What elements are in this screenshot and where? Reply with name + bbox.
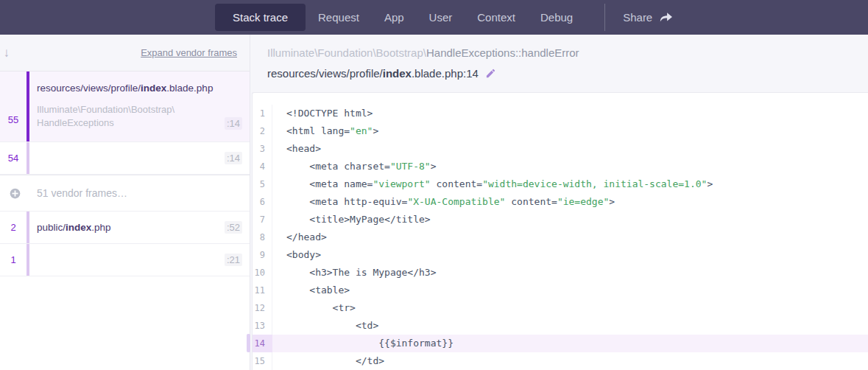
frame-method: Illuminate\Foundation\Bootstrap\HandleEx… [267,45,868,62]
frame-line-number: :52 [225,221,242,234]
line-number: 2 [253,122,272,140]
navbar-tabs: Stack traceRequestAppUserContextDebug [215,0,585,35]
line-number: 14 [253,335,272,352]
code-line: 13 <td> [253,317,868,335]
line-number: 12 [253,299,272,317]
frame-method-namespace: Illuminate\Foundation\Bootstrap\ [267,46,426,59]
frame-number: 2 [0,212,27,243]
frame-file-text: resources/views/profile/index.blade.php:… [267,67,479,80]
line-number: 15 [253,352,272,370]
frame-file-path: resources/views/profile/index.blade.php:… [267,67,868,80]
vendor-frames-label: 51 vendor frames… [37,187,127,199]
tab-app[interactable]: App [372,4,417,31]
stack-frames-sidebar: ↑ ↓ Expand vendor frames 55resources/vie… [0,35,250,370]
code-text: <tr> [272,299,868,317]
stack-frame-row-54[interactable]: 54:14 [0,142,250,175]
frame-file-path: resources/views/profile/index.blade.php [37,83,242,94]
code-text: <h3>The is Mypage</h3> [272,264,868,282]
line-number: 4 [253,158,272,175]
tab-stack-trace[interactable]: Stack trace [215,4,306,31]
code-line: 1<!DOCTYPE html> [253,105,868,122]
page-body: ↑ ↓ Expand vendor frames 55resources/vie… [0,35,868,370]
vendor-frames-row[interactable]: 51 vendor frames… [0,175,250,212]
tab-debug[interactable]: Debug [528,4,585,31]
expand-vendor-frames-link[interactable]: Expand vendor frames [141,47,237,58]
code-line: 4 <meta charset="UTF-8"> [253,158,868,175]
line-number: 7 [253,211,272,228]
tab-request[interactable]: Request [306,4,372,31]
frame-method-name: HandleExceptions::handleError [426,46,579,59]
sidebar-header: ↑ ↓ Expand vendor frames [0,35,250,71]
line-number: 6 [253,193,272,211]
frame-nav-arrows: ↑ ↓ [0,46,10,60]
code-line: 12 <tr> [253,299,868,317]
frame-number: 54 [0,142,27,174]
code-text: <meta name="viewport" content="width=dev… [272,175,868,193]
code-text: <td> [272,317,868,335]
code-line-highlighted: 14 {{$informat}} [253,335,868,352]
frame-detail-main: Illuminate\Foundation\Bootstrap\HandleEx… [250,35,868,370]
line-number: 8 [253,228,272,246]
code-text: <title>MyPage</title> [272,211,868,228]
code-line: 3<head> [253,140,868,158]
code-line: 5 <meta name="viewport" content="width=d… [253,175,868,193]
line-number: 10 [253,264,272,282]
frame-number: 55 [0,71,27,142]
previous-frame-arrow-icon[interactable]: ↑ [0,46,1,60]
frame-class-name: Illuminate\Foundation\Bootstrap\HandleEx… [37,103,174,130]
code-line: 6 <meta http-equiv="X-UA-Compatible" con… [253,193,868,211]
code-text: <table> [272,282,868,299]
code-text: {{$informat}} [272,335,868,352]
frame-file-path: public/index.php [37,222,111,233]
code-text: <meta charset="UTF-8"> [272,158,868,175]
tab-context[interactable]: Context [465,4,528,31]
line-number: 9 [253,246,272,264]
stack-frame-row-55[interactable]: 55resources/views/profile/index.blade.ph… [0,71,250,142]
frames-list: 55resources/views/profile/index.blade.ph… [0,71,250,276]
code-text: <!DOCTYPE html> [272,105,868,122]
frame-line-number: :14 [225,152,242,164]
code-line: 2<html lang="en"> [253,122,868,140]
line-number: 5 [253,175,272,193]
line-number: 3 [253,140,272,158]
code-text: <body> [272,246,868,264]
line-number: 1 [253,105,272,122]
sidebar-scrollbar-thumb[interactable] [247,334,250,352]
navbar-separator [604,4,605,31]
frame-detail-header: Illuminate\Foundation\Bootstrap\HandleEx… [250,35,868,92]
tab-user[interactable]: User [417,4,465,31]
code-text: </head> [272,228,868,246]
share-label: Share [623,11,652,24]
line-number: 11 [253,282,272,299]
next-frame-arrow-icon[interactable]: ↓ [4,46,10,60]
expand-plus-icon[interactable] [0,175,29,211]
frame-number: 1 [0,244,27,276]
stack-frame-row-1[interactable]: 1:21 [0,244,250,276]
frame-line-number: :21 [225,254,242,266]
code-line: 15 </td> [253,352,868,370]
frame-line-number: :14 [225,117,242,130]
code-line: 8</head> [253,228,868,246]
share-arrow-icon [660,12,673,24]
top-navbar: Stack traceRequestAppUserContextDebug Sh… [0,0,868,35]
code-text: </td> [272,352,868,370]
code-line: 10 <h3>The is Mypage</h3> [253,264,868,282]
code-line: 7 <title>MyPage</title> [253,211,868,228]
code-text: <head> [272,140,868,158]
share-button[interactable]: Share [623,11,673,24]
code-line: 11 <table> [253,282,868,299]
edit-file-pencil-icon[interactable] [485,68,496,79]
code-text: <meta http-equiv="X-UA-Compatible" conte… [272,193,868,211]
code-viewer: 1<!DOCTYPE html>2<html lang="en">3<head>… [252,92,868,370]
code-line: 9<body> [253,246,868,264]
line-number: 13 [253,317,272,335]
stack-frame-row-2[interactable]: 2public/index.php:52 [0,212,250,244]
code-text: <html lang="en"> [272,122,868,140]
